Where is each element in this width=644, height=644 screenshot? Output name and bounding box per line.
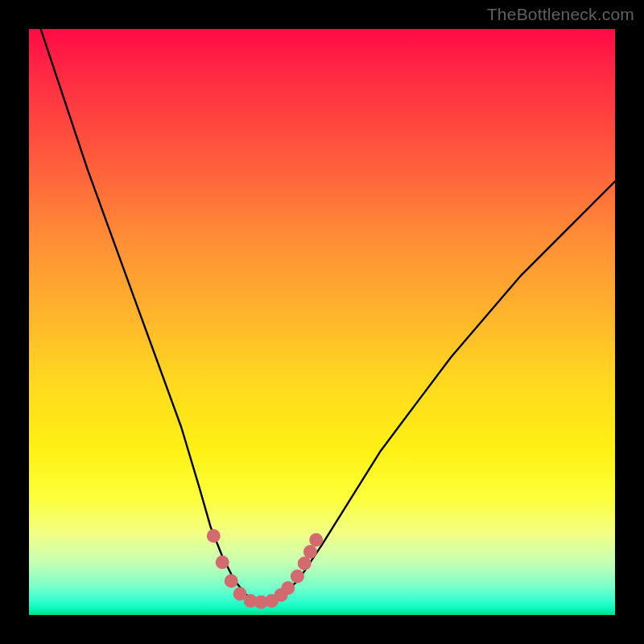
highlight-dot [291,570,304,584]
highlight-dot [281,581,295,595]
bottleneck-curve [41,29,615,601]
plot-area [29,29,615,615]
highlight-dot [216,555,229,569]
watermark-text: TheBottleneck.com [487,5,634,24]
highlight-dot [309,533,323,547]
curve-layer [29,29,615,615]
highlight-dot [225,574,238,588]
chart-frame: TheBottleneck.com [0,0,644,644]
highlight-dot [303,545,317,559]
highlight-dot [298,556,312,570]
highlight-dot [207,529,221,543]
